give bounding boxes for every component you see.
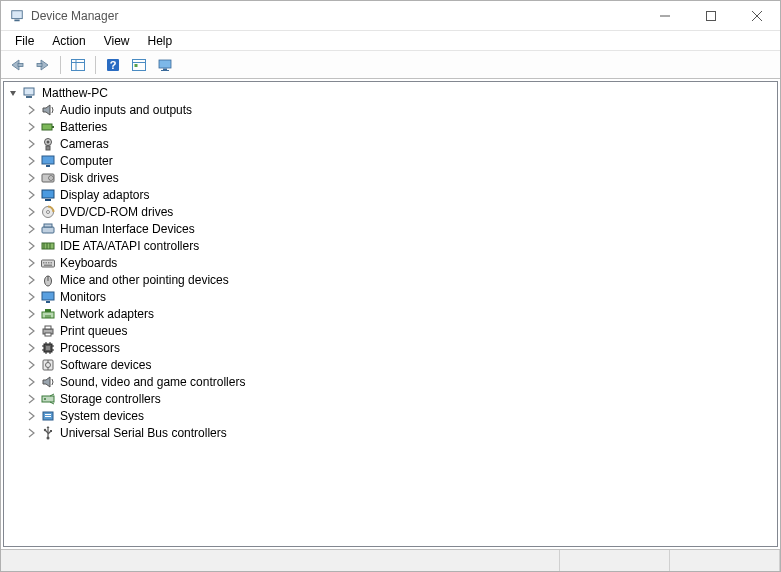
tree-category-label: Software devices [60, 358, 151, 372]
tree-category-node[interactable]: Keyboards [4, 254, 777, 271]
tree-category-node[interactable]: Computer [4, 152, 777, 169]
close-button[interactable] [734, 1, 780, 30]
svg-point-24 [47, 140, 50, 143]
speaker-icon [40, 102, 56, 118]
chevron-right-icon[interactable] [24, 307, 38, 321]
chevron-right-icon[interactable] [24, 154, 38, 168]
tree-category-node[interactable]: Disk drives [4, 169, 777, 186]
chevron-right-icon[interactable] [24, 222, 38, 236]
svg-rect-44 [48, 262, 50, 264]
monitor-button[interactable] [153, 54, 177, 76]
printer-icon [40, 323, 56, 339]
chevron-right-icon[interactable] [24, 341, 38, 355]
menu-help[interactable]: Help [140, 32, 181, 50]
tree-category-label: Batteries [60, 120, 107, 134]
monitor-icon [40, 153, 56, 169]
tree-category-label: Keyboards [60, 256, 117, 270]
svg-rect-45 [51, 262, 53, 264]
scan-hardware-button[interactable] [127, 54, 151, 76]
chevron-right-icon[interactable] [24, 290, 38, 304]
svg-rect-1 [14, 19, 19, 21]
svg-rect-6 [18, 63, 23, 66]
speaker-icon [40, 374, 56, 390]
tree-category-label: Computer [60, 154, 113, 168]
chevron-right-icon[interactable] [24, 239, 38, 253]
tree-category-node[interactable]: Processors [4, 339, 777, 356]
tree-category-label: Audio inputs and outputs [60, 103, 192, 117]
tree-category-node[interactable]: Display adaptors [4, 186, 777, 203]
maximize-button[interactable] [688, 1, 734, 30]
chevron-right-icon[interactable] [24, 358, 38, 372]
svg-rect-77 [45, 416, 51, 417]
show-hide-tree-button[interactable] [66, 54, 90, 76]
chevron-right-icon[interactable] [24, 375, 38, 389]
tree-root-node[interactable]: Matthew-PC [4, 84, 777, 101]
svg-point-82 [44, 428, 46, 430]
tree-category-node[interactable]: Mice and other pointing devices [4, 271, 777, 288]
tree-category-node[interactable]: DVD/CD-ROM drives [4, 203, 777, 220]
camera-icon [40, 136, 56, 152]
chevron-right-icon[interactable] [24, 171, 38, 185]
svg-rect-15 [135, 64, 138, 67]
tree-category-node[interactable]: Sound, video and game controllers [4, 373, 777, 390]
chevron-right-icon[interactable] [24, 426, 38, 440]
chevron-right-icon[interactable] [24, 324, 38, 338]
svg-rect-13 [133, 59, 146, 70]
tree-category-node[interactable]: IDE ATA/ATAPI controllers [4, 237, 777, 254]
minimize-button[interactable] [642, 1, 688, 30]
tree-category-node[interactable]: Monitors [4, 288, 777, 305]
tree-category-node[interactable]: Storage controllers [4, 390, 777, 407]
tree-category-node[interactable]: Software devices [4, 356, 777, 373]
svg-rect-35 [42, 227, 54, 233]
tree-category-node[interactable]: Cameras [4, 135, 777, 152]
chevron-right-icon[interactable] [24, 392, 38, 406]
chevron-right-icon[interactable] [24, 205, 38, 219]
tree-category-label: Processors [60, 341, 120, 355]
chevron-right-icon[interactable] [24, 188, 38, 202]
chevron-right-icon[interactable] [24, 103, 38, 117]
svg-rect-58 [45, 333, 51, 336]
svg-rect-52 [45, 309, 51, 312]
disk-icon [40, 170, 56, 186]
tree-category-node[interactable]: Universal Serial Bus controllers [4, 424, 777, 441]
menu-action[interactable]: Action [44, 32, 93, 50]
svg-rect-0 [12, 10, 23, 18]
chevron-right-icon[interactable] [24, 273, 38, 287]
tree-category-label: System devices [60, 409, 144, 423]
chevron-right-icon[interactable] [24, 256, 38, 270]
computer-icon [22, 85, 38, 101]
tree-category-node[interactable]: Network adapters [4, 305, 777, 322]
svg-rect-32 [45, 199, 51, 201]
tree-category-node[interactable]: Batteries [4, 118, 777, 135]
svg-rect-31 [42, 190, 54, 198]
tree-category-label: Sound, video and game controllers [60, 375, 245, 389]
tree-category-node[interactable]: Audio inputs and outputs [4, 101, 777, 118]
tree-category-node[interactable]: System devices [4, 407, 777, 424]
device-tree: Matthew-PCAudio inputs and outputsBatter… [4, 82, 777, 443]
svg-point-30 [50, 177, 51, 178]
svg-point-34 [47, 210, 50, 213]
svg-rect-50 [46, 301, 50, 303]
menu-file[interactable]: File [7, 32, 42, 50]
tree-category-label: Cameras [60, 137, 109, 151]
device-tree-pane[interactable]: Matthew-PCAudio inputs and outputsBatter… [3, 81, 778, 547]
chevron-down-icon[interactable] [6, 86, 20, 100]
svg-point-74 [44, 398, 46, 400]
svg-rect-43 [46, 262, 48, 264]
tree-category-label: Network adapters [60, 307, 154, 321]
help-button[interactable]: ? [101, 54, 125, 76]
tree-category-label: Storage controllers [60, 392, 161, 406]
tree-category-node[interactable]: Human Interface Devices [4, 220, 777, 237]
menu-view[interactable]: View [96, 32, 138, 50]
back-button[interactable] [5, 54, 29, 76]
tree-category-node[interactable]: Print queues [4, 322, 777, 339]
status-pane-2 [670, 550, 780, 571]
chevron-right-icon[interactable] [24, 409, 38, 423]
system-icon [40, 408, 56, 424]
chevron-right-icon[interactable] [24, 137, 38, 151]
svg-rect-16 [159, 60, 171, 68]
chevron-right-icon[interactable] [24, 120, 38, 134]
toolbar-separator [95, 56, 96, 74]
forward-button[interactable] [31, 54, 55, 76]
network-icon [40, 306, 56, 322]
